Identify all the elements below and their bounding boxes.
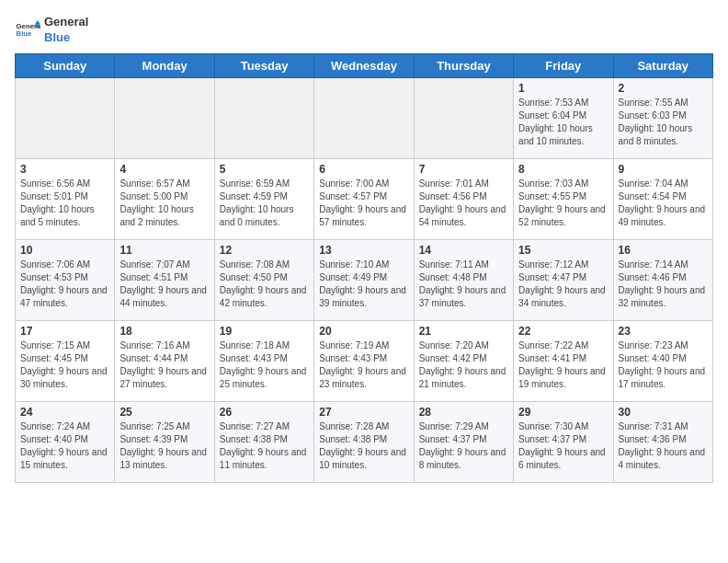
day-number: 16 xyxy=(619,244,708,257)
day-info: Sunrise: 7:22 AM Sunset: 4:41 PM Dayligh… xyxy=(518,339,608,391)
calendar-cell: 3Sunrise: 6:56 AM Sunset: 5:01 PM Daylig… xyxy=(16,158,115,239)
day-number: 11 xyxy=(119,244,209,257)
day-info: Sunrise: 7:14 AM Sunset: 4:46 PM Dayligh… xyxy=(619,259,708,310)
day-number: 5 xyxy=(220,163,309,176)
weekday-header-saturday: Saturday xyxy=(613,53,712,77)
weekday-header-friday: Friday xyxy=(514,53,613,77)
day-number: 3 xyxy=(20,163,109,176)
day-info: Sunrise: 7:04 AM Sunset: 4:54 PM Dayligh… xyxy=(619,178,708,229)
weekday-header-thursday: Thursday xyxy=(414,53,513,77)
calendar-cell: 19Sunrise: 7:18 AM Sunset: 4:43 PM Dayli… xyxy=(214,320,313,401)
day-info: Sunrise: 7:08 AM Sunset: 4:50 PM Dayligh… xyxy=(220,259,309,310)
day-info: Sunrise: 7:12 AM Sunset: 4:47 PM Dayligh… xyxy=(518,259,608,310)
day-info: Sunrise: 7:53 AM Sunset: 6:04 PM Dayligh… xyxy=(518,97,608,148)
calendar-cell: 25Sunrise: 7:25 AM Sunset: 4:39 PM Dayli… xyxy=(115,401,214,482)
day-info: Sunrise: 7:23 AM Sunset: 4:40 PM Dayligh… xyxy=(619,339,708,391)
day-info: Sunrise: 7:03 AM Sunset: 4:55 PM Dayligh… xyxy=(518,178,608,229)
weekday-header-tuesday: Tuesday xyxy=(214,53,313,77)
day-number: 10 xyxy=(20,244,109,257)
calendar-cell: 23Sunrise: 7:23 AM Sunset: 4:40 PM Dayli… xyxy=(613,320,712,401)
logo-general: General xyxy=(44,15,88,30)
calendar-cell: 15Sunrise: 7:12 AM Sunset: 4:47 PM Dayli… xyxy=(514,239,613,320)
calendar-cell: 27Sunrise: 7:28 AM Sunset: 4:38 PM Dayli… xyxy=(314,401,414,482)
day-info: Sunrise: 7:20 AM Sunset: 4:42 PM Dayligh… xyxy=(419,339,508,391)
day-number: 2 xyxy=(619,82,708,95)
calendar-cell: 13Sunrise: 7:10 AM Sunset: 4:49 PM Dayli… xyxy=(314,239,414,320)
day-number: 1 xyxy=(518,82,608,95)
day-number: 30 xyxy=(619,406,708,419)
calendar-cell: 29Sunrise: 7:30 AM Sunset: 4:37 PM Dayli… xyxy=(514,401,613,482)
weekday-header-monday: Monday xyxy=(115,53,214,77)
svg-text:Blue: Blue xyxy=(17,29,33,38)
day-number: 6 xyxy=(319,163,408,176)
weekday-header-wednesday: Wednesday xyxy=(314,53,414,77)
day-number: 9 xyxy=(619,163,708,176)
calendar-cell: 18Sunrise: 7:16 AM Sunset: 4:44 PM Dayli… xyxy=(115,320,214,401)
day-info: Sunrise: 7:10 AM Sunset: 4:49 PM Dayligh… xyxy=(319,259,408,310)
day-number: 19 xyxy=(220,325,309,338)
day-number: 26 xyxy=(220,406,309,419)
calendar-cell: 22Sunrise: 7:22 AM Sunset: 4:41 PM Dayli… xyxy=(514,320,613,401)
day-info: Sunrise: 7:25 AM Sunset: 4:39 PM Dayligh… xyxy=(119,420,209,472)
day-number: 8 xyxy=(518,163,608,176)
logo: General Blue General Blue xyxy=(15,15,88,46)
day-number: 20 xyxy=(319,325,408,338)
day-info: Sunrise: 7:06 AM Sunset: 4:53 PM Dayligh… xyxy=(20,259,109,310)
calendar-cell: 12Sunrise: 7:08 AM Sunset: 4:50 PM Dayli… xyxy=(214,239,313,320)
day-info: Sunrise: 7:18 AM Sunset: 4:43 PM Dayligh… xyxy=(220,339,309,391)
day-number: 18 xyxy=(119,325,209,338)
day-info: Sunrise: 7:11 AM Sunset: 4:48 PM Dayligh… xyxy=(419,259,508,310)
calendar-cell: 16Sunrise: 7:14 AM Sunset: 4:46 PM Dayli… xyxy=(613,239,712,320)
day-info: Sunrise: 7:55 AM Sunset: 6:03 PM Dayligh… xyxy=(619,97,708,148)
day-info: Sunrise: 7:16 AM Sunset: 4:44 PM Dayligh… xyxy=(119,339,209,391)
day-info: Sunrise: 7:00 AM Sunset: 4:57 PM Dayligh… xyxy=(319,178,408,229)
logo-blue: Blue xyxy=(44,30,88,46)
weekday-header-sunday: Sunday xyxy=(16,53,115,77)
day-number: 13 xyxy=(319,244,408,257)
calendar-cell: 5Sunrise: 6:59 AM Sunset: 4:59 PM Daylig… xyxy=(214,158,313,239)
day-info: Sunrise: 7:28 AM Sunset: 4:38 PM Dayligh… xyxy=(319,420,408,472)
day-number: 24 xyxy=(20,406,109,419)
calendar-cell: 21Sunrise: 7:20 AM Sunset: 4:42 PM Dayli… xyxy=(414,320,513,401)
day-info: Sunrise: 7:29 AM Sunset: 4:37 PM Dayligh… xyxy=(419,420,508,472)
day-number: 29 xyxy=(518,406,608,419)
day-info: Sunrise: 7:30 AM Sunset: 4:37 PM Dayligh… xyxy=(518,420,608,472)
calendar-table: SundayMondayTuesdayWednesdayThursdayFrid… xyxy=(15,53,713,483)
calendar-cell: 4Sunrise: 6:57 AM Sunset: 5:00 PM Daylig… xyxy=(115,158,214,239)
day-number: 12 xyxy=(220,244,309,257)
calendar-cell xyxy=(16,77,115,158)
day-info: Sunrise: 7:07 AM Sunset: 4:51 PM Dayligh… xyxy=(119,259,209,310)
day-number: 22 xyxy=(518,325,608,338)
day-number: 17 xyxy=(20,325,109,338)
calendar-cell: 9Sunrise: 7:04 AM Sunset: 4:54 PM Daylig… xyxy=(613,158,712,239)
calendar-cell xyxy=(115,77,214,158)
day-number: 25 xyxy=(119,406,209,419)
day-info: Sunrise: 6:59 AM Sunset: 4:59 PM Dayligh… xyxy=(220,178,309,229)
calendar-cell: 24Sunrise: 7:24 AM Sunset: 4:40 PM Dayli… xyxy=(16,401,115,482)
day-info: Sunrise: 7:19 AM Sunset: 4:43 PM Dayligh… xyxy=(319,339,408,391)
calendar-cell: 26Sunrise: 7:27 AM Sunset: 4:38 PM Dayli… xyxy=(214,401,313,482)
day-info: Sunrise: 7:01 AM Sunset: 4:56 PM Dayligh… xyxy=(419,178,508,229)
day-number: 27 xyxy=(319,406,408,419)
calendar-cell: 14Sunrise: 7:11 AM Sunset: 4:48 PM Dayli… xyxy=(414,239,513,320)
calendar-cell: 8Sunrise: 7:03 AM Sunset: 4:55 PM Daylig… xyxy=(514,158,613,239)
calendar-cell: 20Sunrise: 7:19 AM Sunset: 4:43 PM Dayli… xyxy=(314,320,414,401)
day-info: Sunrise: 6:56 AM Sunset: 5:01 PM Dayligh… xyxy=(20,178,109,229)
day-info: Sunrise: 7:27 AM Sunset: 4:38 PM Dayligh… xyxy=(220,420,309,472)
calendar-cell: 6Sunrise: 7:00 AM Sunset: 4:57 PM Daylig… xyxy=(314,158,414,239)
day-info: Sunrise: 7:15 AM Sunset: 4:45 PM Dayligh… xyxy=(20,339,109,391)
calendar-cell: 1Sunrise: 7:53 AM Sunset: 6:04 PM Daylig… xyxy=(514,77,613,158)
calendar-cell xyxy=(314,77,414,158)
calendar-cell: 11Sunrise: 7:07 AM Sunset: 4:51 PM Dayli… xyxy=(115,239,214,320)
calendar-cell: 10Sunrise: 7:06 AM Sunset: 4:53 PM Dayli… xyxy=(16,239,115,320)
calendar-cell: 30Sunrise: 7:31 AM Sunset: 4:36 PM Dayli… xyxy=(613,401,712,482)
calendar-cell: 17Sunrise: 7:15 AM Sunset: 4:45 PM Dayli… xyxy=(16,320,115,401)
calendar-cell: 7Sunrise: 7:01 AM Sunset: 4:56 PM Daylig… xyxy=(414,158,513,239)
calendar-cell xyxy=(214,77,313,158)
day-info: Sunrise: 7:24 AM Sunset: 4:40 PM Dayligh… xyxy=(20,420,109,472)
day-number: 4 xyxy=(119,163,209,176)
day-number: 14 xyxy=(419,244,508,257)
logo-icon: General Blue xyxy=(15,17,40,43)
day-info: Sunrise: 7:31 AM Sunset: 4:36 PM Dayligh… xyxy=(619,420,708,472)
day-number: 28 xyxy=(419,406,508,419)
